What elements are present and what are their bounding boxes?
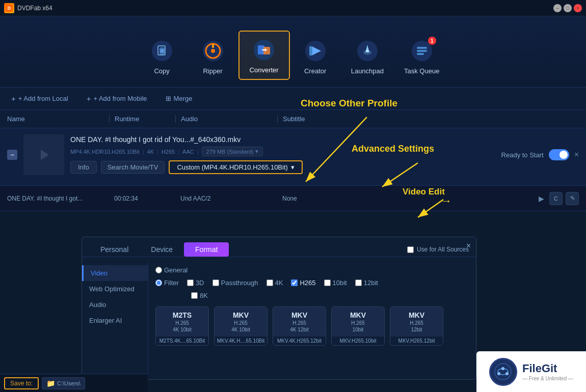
filter-radio[interactable]: Filter (155, 279, 179, 287)
merge-button[interactable]: ⊞ Merge (162, 93, 197, 104)
sidebar-item-video[interactable]: Video (82, 265, 148, 281)
file-name: ONE DAY. #I thought I got rid of You...#… (70, 135, 303, 144)
format-card-mkv-12bit[interactable]: MKV H.265 12bit MKV.H265.12bit (390, 306, 443, 346)
dialog-main: General Filter 3D Passthrough (148, 262, 476, 374)
enable-toggle[interactable] (549, 149, 569, 160)
tab-format[interactable]: Format (184, 242, 229, 257)
check-passthrough[interactable]: Passthrough (212, 279, 258, 287)
sidebar-item-audio[interactable]: Audio (82, 297, 148, 313)
tab-personal[interactable]: Personal (89, 242, 140, 257)
info-button[interactable]: Info (70, 161, 97, 174)
nav-item-ripper[interactable]: Ripper (188, 33, 238, 80)
check-4k-label: 4K (275, 279, 283, 287)
file-info: ONE DAY. #I thought I got rid of You...#… (70, 135, 303, 174)
creator-label: Creator (304, 67, 326, 75)
minimize-button[interactable]: – (553, 4, 562, 12)
svg-point-34 (497, 372, 500, 375)
profile-dropdown[interactable]: Custom (MP4.4K.HDR10.H265.10Bit) ▾ (169, 160, 302, 174)
format-m2ts-tag: 4K 10bit (173, 327, 192, 332)
check-h265[interactable]: H265 (291, 279, 315, 287)
format-card-mkv-12bit-top: MKV H.265 12bit (390, 307, 443, 337)
check-10bit[interactable]: 10bit (324, 279, 347, 287)
meta-format: MP4.4K.HDR10.H265.10Bit (70, 149, 140, 155)
filter-radio-input[interactable] (155, 279, 162, 286)
profile-dropdown-arrow: ▾ (291, 163, 295, 171)
close-button[interactable]: × (574, 4, 582, 12)
format-card-mkv-4k-10bit[interactable]: MKV H.265 4K 10bit MKV.4K.H....65.10Bit (214, 306, 268, 346)
launchpad-icon (354, 38, 381, 64)
col-subtitle-header: Subtitle (277, 115, 338, 123)
svg-rect-9 (212, 44, 214, 48)
play-button[interactable]: ▶ (536, 193, 546, 204)
size-dropdown[interactable]: 279 MB (Standard) ▾ (202, 147, 263, 156)
tab-device[interactable]: Device (140, 242, 184, 257)
nav-item-creator[interactable]: Creator (290, 33, 341, 80)
video-edit-button[interactable]: ✎ (566, 192, 579, 205)
file-row: − ONE DAY. #I thought I got rid of You..… (0, 128, 586, 186)
toolbar: + + Add from Local + + Add from Mobile ⊞… (0, 88, 586, 110)
nav-item-task-queue[interactable]: 1 Task Queue (394, 33, 449, 80)
add-mobile-plus-icon: + (87, 94, 91, 103)
maximize-button[interactable]: □ (564, 4, 572, 12)
general-radio[interactable]: General (155, 266, 188, 274)
svg-point-20 (366, 49, 369, 52)
fbi-audio: Und AAC/2 (175, 195, 277, 202)
save-path-button[interactable]: 📁 C:\Users\ (42, 377, 85, 389)
check-10bit-input[interactable] (324, 279, 331, 286)
save-to-button[interactable]: Save to: (4, 377, 39, 389)
check-3d-input[interactable] (187, 279, 194, 286)
svg-point-5 (160, 49, 164, 53)
check-12bit-input[interactable] (355, 279, 362, 286)
nav-item-converter[interactable]: Converter (238, 31, 290, 80)
format-card-mkv-4k-10bit-top: MKV H.265 4K 10bit (215, 307, 267, 337)
add-local-plus-icon: + (11, 94, 16, 103)
task-queue-label: Task Queue (404, 67, 439, 75)
add-mobile-button[interactable]: + + Add from Mobile (83, 92, 151, 105)
titlebar: D DVDFab x64 – □ × (0, 0, 586, 16)
sidebar-item-web-optimized[interactable]: Web Optimized (82, 281, 148, 297)
format-card-m2ts[interactable]: M2TS H.265 4K 10bit M2TS.4K....65.10Bit (155, 306, 209, 346)
close-row-button[interactable]: × (574, 150, 579, 159)
copy-label: Copy (154, 67, 169, 75)
nav-item-copy[interactable]: Copy (137, 33, 188, 80)
meta-aac: AAC (182, 149, 194, 155)
creator-icon (302, 38, 329, 64)
add-local-button[interactable]: + + Add from Local (7, 92, 72, 105)
sidebar-item-enlarger-ai[interactable]: Enlarger AI (82, 313, 148, 328)
format-card-mkv-4k-12bit[interactable]: MKV H.265 4K 12bit MKV.4K.H265.12bit (273, 306, 326, 346)
check-4k[interactable]: 4K (267, 279, 283, 287)
meta-h265: H265 (162, 149, 175, 155)
file-actions: Info Search Movie/TV Custom (MP4.4K.HDR1… (70, 160, 303, 174)
format-card-m2ts-top: M2TS H.265 4K 10bit (156, 307, 208, 337)
check-12bit[interactable]: 12bit (355, 279, 378, 287)
file-remove-button[interactable]: − (7, 150, 17, 160)
check-3d[interactable]: 3D (187, 279, 204, 287)
format-card-mkv-10bit[interactable]: MKV H.265 10bit MKV.H265.10bit (331, 306, 385, 346)
search-movie-button[interactable]: Search Movie/TV (101, 161, 165, 174)
check-4k-input[interactable] (267, 279, 273, 286)
check-8k[interactable]: 8K (191, 292, 208, 299)
ripper-icon (200, 38, 226, 64)
format-mkv1-codec: H.265 (234, 320, 248, 326)
chapter-edit-button[interactable]: C (549, 192, 563, 205)
format-mkv3-codec: H.265 (351, 320, 365, 326)
table-header: Name Runtime Audio Subtitle (0, 110, 586, 128)
fbi-subtitle: None (277, 195, 338, 202)
check-8k-input[interactable] (191, 292, 198, 299)
svg-rect-16 (309, 46, 312, 55)
check-h265-input[interactable] (291, 279, 298, 286)
navbar: Copy Ripper Converter (0, 16, 586, 88)
use-all-checkbox[interactable] (407, 246, 414, 253)
file-meta: MP4.4K.HDR10.H265.10Bit | 4K | H265 | AA… (70, 147, 303, 156)
check-12bit-label: 12bit (364, 279, 378, 287)
filter-row-1: General (155, 266, 469, 274)
dialog-close-button[interactable]: × (466, 241, 471, 250)
nav-item-launchpad[interactable]: Launchpad (341, 33, 394, 80)
format-grid: M2TS H.265 4K 10bit M2TS.4K....65.10Bit … (155, 304, 469, 346)
check-passthrough-input[interactable] (212, 279, 219, 286)
svg-text:D: D (8, 6, 11, 11)
use-all-sources: Use for All Sources (407, 246, 469, 253)
general-radio-input[interactable] (155, 267, 162, 273)
svg-point-35 (505, 372, 509, 375)
ripper-label: Ripper (203, 67, 222, 75)
